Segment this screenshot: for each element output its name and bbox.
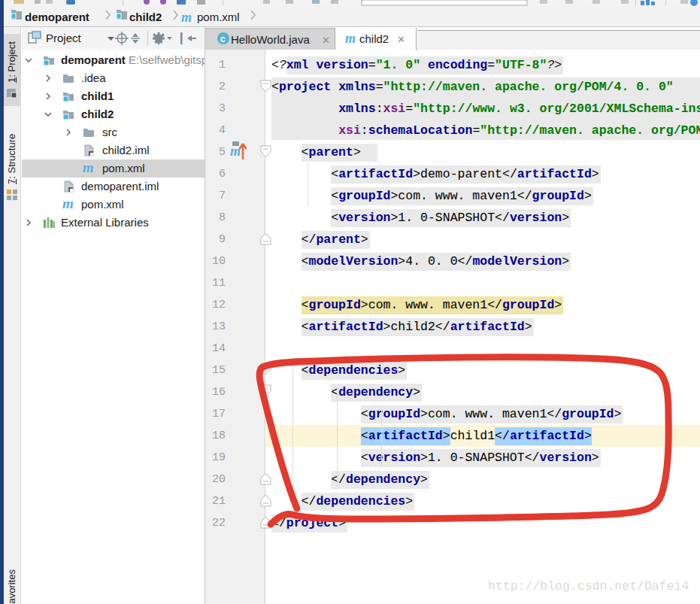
svg-text:m: m [230,144,241,159]
svg-text:Project: Project [46,32,82,44]
svg-text:c: c [220,34,226,44]
svg-text:m: m [181,10,192,25]
svg-text:m: m [345,31,356,46]
